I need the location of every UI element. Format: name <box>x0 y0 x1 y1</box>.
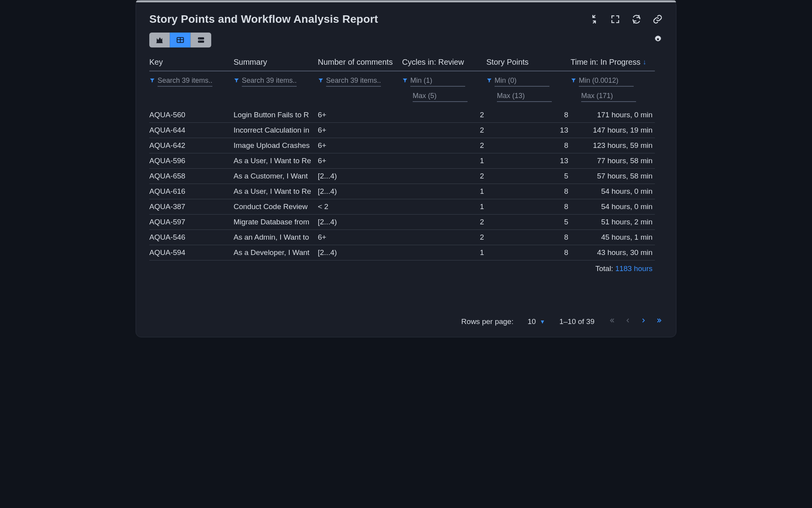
cell-cycles_review: 2 <box>402 107 486 123</box>
cell-story_points: 8 <box>486 245 571 260</box>
cell-comments: [2...4) <box>318 215 402 230</box>
page-title: Story Points and Workflow Analysis Repor… <box>149 13 378 25</box>
cell-story_points: 13 <box>486 123 571 138</box>
cell-key[interactable]: AQUA-387 <box>149 199 234 215</box>
table-view-button[interactable] <box>170 33 190 47</box>
filter-icon[interactable] <box>571 77 576 85</box>
link-icon[interactable] <box>652 14 663 26</box>
cell-key[interactable]: AQUA-644 <box>149 123 234 138</box>
settings-icon[interactable] <box>653 35 663 46</box>
cell-story_points: 5 <box>486 215 571 230</box>
sort-desc-icon: ↓ <box>643 58 646 66</box>
filter-icon[interactable] <box>318 77 324 85</box>
cell-summary: Conduct Code Review <box>234 199 318 215</box>
cell-time_in_progress: 57 hours, 58 min <box>571 169 655 184</box>
view-mode-toggle <box>149 33 211 47</box>
cell-comments: 6+ <box>318 230 402 245</box>
svg-point-5 <box>657 38 659 40</box>
cell-summary: Login Button Fails to R <box>234 107 318 123</box>
cell-summary: As an Admin, I Want to <box>234 230 318 245</box>
first-page-button[interactable] <box>609 317 616 326</box>
cell-summary: Migrate Database from <box>234 215 318 230</box>
column-header-story_points[interactable]: Story Points <box>486 55 571 71</box>
cell-cycles_review: 1 <box>402 199 486 215</box>
cell-key[interactable]: AQUA-658 <box>149 169 234 184</box>
filter-cell-time_in_progress <box>571 71 655 107</box>
cell-key[interactable]: AQUA-596 <box>149 153 234 169</box>
total-label: Total: <box>595 264 615 273</box>
rows-per-page-label: Rows per page: <box>461 317 513 326</box>
cell-story_points: 13 <box>486 153 571 169</box>
cell-time_in_progress: 171 hours, 0 min <box>571 107 655 123</box>
fullscreen-icon[interactable] <box>610 14 620 26</box>
cell-comments: 6+ <box>318 138 402 153</box>
cell-key[interactable]: AQUA-560 <box>149 107 234 123</box>
refresh-icon[interactable] <box>631 14 642 26</box>
rows-per-page-select[interactable]: 10 ▼ <box>527 317 545 326</box>
cell-cycles_review: 2 <box>402 123 486 138</box>
cell-comments: < 2 <box>318 199 402 215</box>
cell-time_in_progress: 54 hours, 0 min <box>571 184 655 199</box>
filter-icon[interactable] <box>149 77 155 85</box>
filter-min-time_in_progress[interactable] <box>579 75 634 87</box>
filter-icon[interactable] <box>402 77 408 85</box>
cell-comments: 6+ <box>318 107 402 123</box>
filter-input-comments[interactable] <box>326 75 381 87</box>
cell-cycles_review: 1 <box>402 245 486 260</box>
filter-cell-summary <box>234 71 318 107</box>
cell-time_in_progress: 77 hours, 58 min <box>571 153 655 169</box>
filter-min-cycles_review[interactable] <box>410 75 465 87</box>
total-value[interactable]: 1183 hours <box>615 264 652 273</box>
cell-summary: As a User, I Want to Re <box>234 153 318 169</box>
cell-time_in_progress: 45 hours, 1 min <box>571 230 655 245</box>
filter-max-time_in_progress[interactable] <box>581 91 636 102</box>
list-view-button[interactable] <box>190 33 211 47</box>
cell-story_points: 8 <box>486 184 571 199</box>
cell-summary: Incorrect Calculation in <box>234 123 318 138</box>
cell-time_in_progress: 147 hours, 19 min <box>571 123 655 138</box>
column-header-key[interactable]: Key <box>149 55 234 71</box>
cell-summary: As a Developer, I Want <box>234 245 318 260</box>
cell-comments: [2...4) <box>318 184 402 199</box>
cell-cycles_review: 2 <box>402 215 486 230</box>
cell-key[interactable]: AQUA-594 <box>149 245 234 260</box>
filter-input-key[interactable] <box>158 75 212 87</box>
cell-story_points: 8 <box>486 230 571 245</box>
column-header-cycles_review[interactable]: Cycles in: Review <box>402 55 486 71</box>
cell-time_in_progress: 43 hours, 30 min <box>571 245 655 260</box>
cell-time_in_progress: 123 hours, 59 min <box>571 138 655 153</box>
cell-key[interactable]: AQUA-597 <box>149 215 234 230</box>
filter-input-summary[interactable] <box>242 75 297 87</box>
cell-key[interactable]: AQUA-642 <box>149 138 234 153</box>
last-page-button[interactable] <box>656 317 663 326</box>
cell-comments: 6+ <box>318 153 402 169</box>
filter-max-story_points[interactable] <box>497 91 552 102</box>
dropdown-caret-icon: ▼ <box>540 319 545 325</box>
cell-summary: Image Upload Crashes <box>234 138 318 153</box>
cell-key[interactable]: AQUA-616 <box>149 184 234 199</box>
column-header-summary[interactable]: Summary <box>234 55 318 71</box>
filter-max-cycles_review[interactable] <box>413 91 468 102</box>
column-header-comments[interactable]: Number of comments <box>318 55 402 71</box>
filter-icon[interactable] <box>486 77 492 85</box>
filter-cell-key <box>149 71 234 107</box>
cell-story_points: 8 <box>486 138 571 153</box>
filter-icon[interactable] <box>234 77 239 85</box>
svg-point-4 <box>199 41 200 42</box>
svg-point-3 <box>199 38 200 39</box>
cell-cycles_review: 1 <box>402 184 486 199</box>
cell-key[interactable]: AQUA-546 <box>149 230 234 245</box>
filter-cell-cycles_review <box>402 71 486 107</box>
page-range: 1–10 of 39 <box>559 317 594 326</box>
chart-view-button[interactable] <box>149 33 170 47</box>
filter-cell-story_points <box>486 71 571 107</box>
cell-cycles_review: 2 <box>402 138 486 153</box>
collapse-icon[interactable] <box>589 14 599 26</box>
next-page-button[interactable] <box>640 317 647 326</box>
filter-min-story_points[interactable] <box>495 75 549 87</box>
cell-time_in_progress: 51 hours, 2 min <box>571 215 655 230</box>
cell-time_in_progress: 54 hours, 0 min <box>571 199 655 215</box>
column-header-time_in_progress[interactable]: Time in: In Progress↓ <box>571 55 655 71</box>
prev-page-button[interactable] <box>624 317 631 326</box>
cell-comments: [2...4) <box>318 169 402 184</box>
